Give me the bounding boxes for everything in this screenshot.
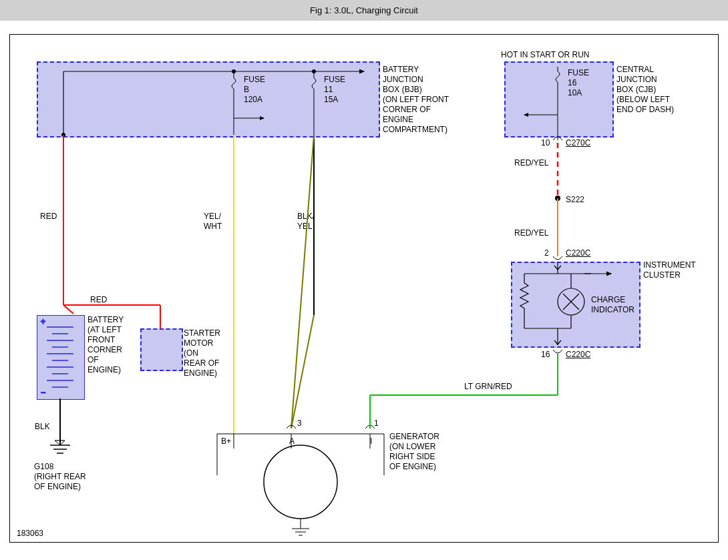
gen-pin-3: 3 xyxy=(297,418,302,429)
wire-yelwht: YEL/ WHT xyxy=(204,212,222,232)
cluster-label: INSTRUMENT CLUSTER xyxy=(643,260,696,280)
svg-point-52 xyxy=(555,196,560,201)
figure-title: Fig 1: 3.0L, Charging Circuit xyxy=(310,5,418,15)
wire-blk: BLK xyxy=(35,422,50,432)
cjb-label: CENTRAL JUNCTION BOX (CJB) (BELOW LEFT E… xyxy=(616,65,674,115)
svg-line-37 xyxy=(291,315,314,429)
gen-a: A xyxy=(289,437,295,447)
starter-motor-box xyxy=(140,328,183,371)
fuse-b-l2: B xyxy=(244,85,249,95)
figure-title-bar: Fig 1: 3.0L, Charging Circuit xyxy=(0,0,728,21)
starter-label: STARTER MOTOR (ON REAR OF ENGINE) xyxy=(184,328,220,378)
fuse-11-l2: 11 xyxy=(324,85,333,95)
battery-box xyxy=(37,315,85,400)
c270c-pin: 10 xyxy=(541,138,550,148)
svg-line-14 xyxy=(63,305,73,314)
bjb-label: BATTERY JUNCTION BOX (BJB) (ON LEFT FRON… xyxy=(383,65,449,135)
c220c-top-pin: 2 xyxy=(544,248,549,258)
gen-pin-1: 1 xyxy=(374,418,379,429)
wire-red-2: RED xyxy=(90,295,107,305)
wire-redyel-2: RED/YEL xyxy=(514,228,548,238)
s222-name: S222 xyxy=(566,195,584,205)
central-junction-box xyxy=(504,61,614,137)
c270c-name: C270C xyxy=(566,138,590,148)
diagram-canvas: BATTERY JUNCTION BOX (BJB) (ON LEFT FRON… xyxy=(9,34,719,543)
fuse-16-l2: 16 xyxy=(568,78,576,88)
wire-red-1: RED xyxy=(40,212,57,222)
gen-i: I xyxy=(370,437,372,447)
battery-label: BATTERY (AT LEFT FRONT CORNER OF ENGINE) xyxy=(87,315,124,375)
wire-ltgrnred: LT GRN/RED xyxy=(464,382,512,392)
wire-blkyel: BLK/ YEL xyxy=(297,212,315,232)
indicator-label: CHARGE INDICATOR xyxy=(591,295,634,315)
c220c-top-name: C220C xyxy=(566,248,590,258)
fuse-16-l1: FUSE xyxy=(568,68,589,78)
svg-line-38 xyxy=(291,135,314,429)
gen-bplus: B+ xyxy=(221,437,231,447)
fuse-16-l3: 10A xyxy=(568,88,582,98)
diagram-id: 183063 xyxy=(17,529,43,539)
ground-label: G108 (RIGHT REAR OF ENGINE) xyxy=(34,462,86,492)
fuse-b-l1: FUSE xyxy=(244,75,265,85)
fuse-b-l3: 120A xyxy=(244,95,262,105)
c220c-bot-pin: 16 xyxy=(541,350,550,360)
fuse-11-l3: 15A xyxy=(324,95,338,105)
svg-point-45 xyxy=(264,445,337,519)
wire-redyel-1: RED/YEL xyxy=(514,158,548,168)
generator-label: GENERATOR (ON LOWER RIGHT SIDE OF ENGINE… xyxy=(389,432,439,472)
cjb-hot-label: HOT IN START OR RUN xyxy=(501,50,589,60)
c220c-bot-name: C220C xyxy=(566,350,590,360)
fuse-11-l1: FUSE xyxy=(324,75,345,85)
